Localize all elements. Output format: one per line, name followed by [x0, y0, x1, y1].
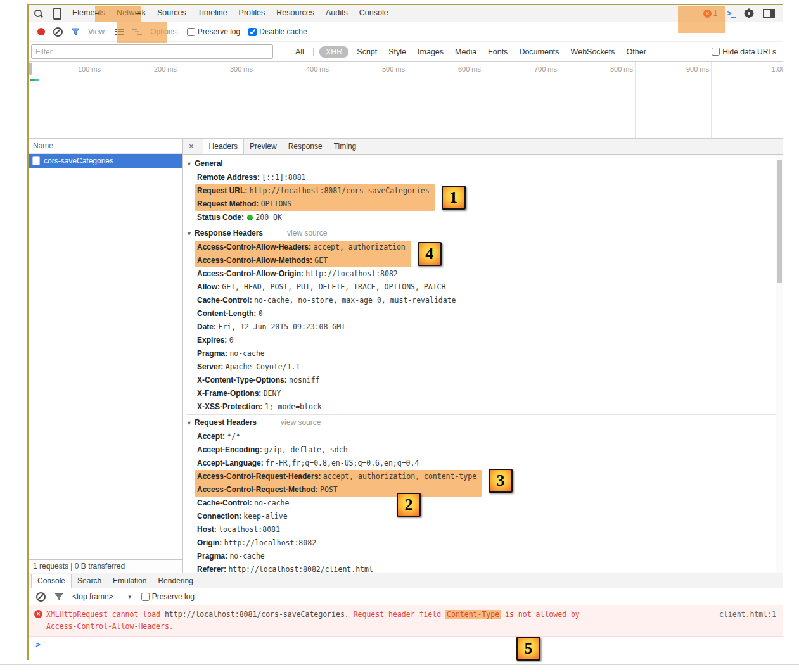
- type-filter-documents[interactable]: Documents: [513, 47, 565, 57]
- details-tab-timing[interactable]: Timing: [328, 139, 362, 154]
- tab-sources[interactable]: Sources: [151, 5, 192, 22]
- type-filter-websockets[interactable]: WebSockets: [565, 47, 621, 57]
- console-tab-console[interactable]: Console: [31, 574, 72, 588]
- search-icon[interactable]: [34, 9, 43, 18]
- header-value: Apache-Coyote/1.1: [226, 362, 300, 371]
- disable-cache-checkbox-row: Disable cache: [248, 27, 307, 36]
- header-name: Access-Control-Allow-Headers:: [197, 243, 311, 251]
- status-dot-icon: [247, 215, 253, 220]
- tab-network[interactable]: Network: [111, 5, 151, 22]
- device-mode-icon[interactable]: [53, 8, 61, 20]
- type-filter-xhr[interactable]: XHR: [319, 46, 348, 58]
- console-preserve-log-checkbox[interactable]: [141, 593, 150, 601]
- header-line: Request URL: http://localhost:8081/cors-…: [197, 184, 430, 198]
- options-label: Options:: [150, 27, 179, 36]
- details-tab-headers[interactable]: Headers: [203, 139, 244, 154]
- error-badge-count: 1: [713, 9, 718, 18]
- details-tab-preview[interactable]: Preview: [244, 139, 283, 154]
- triangle-down-icon: ▼: [186, 416, 195, 430]
- type-filter-images[interactable]: Images: [412, 47, 449, 57]
- header-value: no-cache: [254, 498, 289, 507]
- error-icon: ✕: [34, 610, 42, 618]
- header-value: localhost:8081: [219, 525, 280, 534]
- header-line: Access-Control-Allow-Headers: accept, au…: [197, 241, 406, 254]
- header-name: Status Code:: [197, 213, 244, 222]
- header-line: Origin: http://localhost:8082: [186, 536, 783, 550]
- network-main-split: Name cors-saveCategories 1 requests | 0 …: [29, 139, 783, 573]
- section-title-text: Response Headers: [195, 229, 263, 238]
- settings-gear-icon[interactable]: [745, 9, 753, 18]
- annotation-5: 5: [516, 637, 540, 661]
- header-line: X-XSS-Protection: 1; mode=block: [186, 400, 783, 414]
- clear-console-icon[interactable]: [36, 592, 46, 602]
- record-button[interactable]: [37, 28, 45, 35]
- waterfall-view-icon[interactable]: [132, 28, 142, 35]
- tab-elements[interactable]: Elements: [67, 5, 111, 22]
- section-title[interactable]: ▼Response Headersview source: [186, 226, 783, 241]
- header-value: GET, HEAD, POST, PUT, DELETE, TRACE, OPT…: [222, 282, 445, 291]
- header-name: X-Frame-Options:: [197, 389, 261, 398]
- filter-input[interactable]: [31, 44, 273, 59]
- triangle-down-icon: ▼: [186, 157, 195, 171]
- header-name: Remote Address:: [197, 173, 260, 182]
- header-line: Date: Fri, 12 Jun 2015 09:23:08 GMT: [186, 320, 783, 334]
- tick-label: 400 ms: [306, 65, 329, 73]
- filter-funnel-icon[interactable]: [71, 28, 80, 35]
- error-count-badge[interactable]: ✕ 1: [703, 9, 718, 18]
- console-filter-funnel-icon[interactable]: [54, 593, 63, 600]
- type-filter-style[interactable]: Style: [383, 47, 412, 57]
- tick-label: 600 ms: [458, 65, 481, 73]
- close-details-icon[interactable]: ×: [183, 139, 200, 154]
- headers-content: ▼GeneralRemote Address: [::1]:8081Reques…: [183, 155, 783, 573]
- error-url[interactable]: http://localhost:8081/cors-saveCategorie…: [165, 610, 345, 619]
- view-source-link[interactable]: view source: [281, 418, 321, 427]
- list-view-icon[interactable]: [115, 28, 124, 35]
- tab-profiles[interactable]: Profiles: [233, 5, 271, 22]
- type-filter-script[interactable]: Script: [351, 47, 383, 57]
- tab-audits[interactable]: Audits: [320, 5, 354, 22]
- request-row[interactable]: cors-saveCategories: [29, 154, 182, 168]
- header-value: 200 OK: [255, 213, 282, 222]
- type-filter-all[interactable]: All: [290, 47, 310, 57]
- type-filter-other[interactable]: Other: [621, 47, 652, 57]
- frame-selector[interactable]: <top frame> ▼: [72, 592, 132, 601]
- header-line: Expires: 0: [186, 334, 783, 347]
- annotation-3: 3: [489, 469, 513, 493]
- console-tab-search[interactable]: Search: [72, 574, 107, 588]
- hide-data-urls-checkbox[interactable]: [712, 48, 720, 56]
- details-tab-response[interactable]: Response: [283, 139, 328, 154]
- hide-data-urls-label: Hide data URLs: [722, 48, 776, 56]
- header-value: fr-FR,fr;q=0.8,en-US;q=0.6,en;q=0.4: [265, 459, 419, 467]
- headers-section-general: ▼GeneralRemote Address: [::1]:8081Reques…: [186, 156, 783, 224]
- error-source-link[interactable]: client.html:1: [706, 609, 776, 621]
- tab-timeline[interactable]: Timeline: [192, 5, 233, 22]
- header-value: DENY: [264, 389, 281, 398]
- type-filter-media[interactable]: Media: [449, 47, 482, 57]
- tab-resources[interactable]: Resources: [271, 5, 320, 22]
- console-prompt-chevron[interactable]: >: [29, 637, 783, 649]
- details-scrollbar[interactable]: [776, 155, 783, 573]
- console-tab-rendering[interactable]: Rendering: [152, 574, 198, 588]
- dock-side-icon[interactable]: [763, 9, 775, 18]
- section-title[interactable]: ▼Request Headersview source: [186, 415, 783, 430]
- view-source-link[interactable]: view source: [287, 229, 327, 238]
- preserve-log-checkbox[interactable]: [187, 28, 195, 36]
- tick-label: 200 ms: [154, 65, 177, 73]
- toggle-console-icon[interactable]: >_: [727, 9, 735, 18]
- tab-console[interactable]: Console: [354, 5, 394, 22]
- console-toolbar: <top frame> ▼ Preserve log: [29, 588, 783, 605]
- requests-name-column-header[interactable]: Name: [29, 139, 182, 154]
- section-title[interactable]: ▼General: [186, 156, 783, 171]
- network-toolbar: View: Options: Preserve log Disable cach…: [29, 22, 783, 42]
- clear-requests-icon[interactable]: [53, 27, 63, 37]
- disable-cache-checkbox[interactable]: [248, 28, 257, 36]
- header-value: keep-alive: [243, 512, 287, 521]
- header-name: Access-Control-Allow-Origin:: [197, 269, 304, 278]
- console-tab-emulation[interactable]: Emulation: [107, 574, 152, 588]
- console-tabs: ConsoleSearchEmulationRendering: [29, 573, 783, 588]
- header-line: Accept-Language: fr-FR,fr;q=0.8,en-US;q=…: [186, 457, 783, 470]
- header-line: X-Content-Type-Options: nosniff: [186, 374, 783, 387]
- scrollbar-thumb[interactable]: [777, 160, 782, 283]
- overview-scroll-handle[interactable]: [29, 63, 32, 75]
- type-filter-fonts[interactable]: Fonts: [482, 47, 513, 57]
